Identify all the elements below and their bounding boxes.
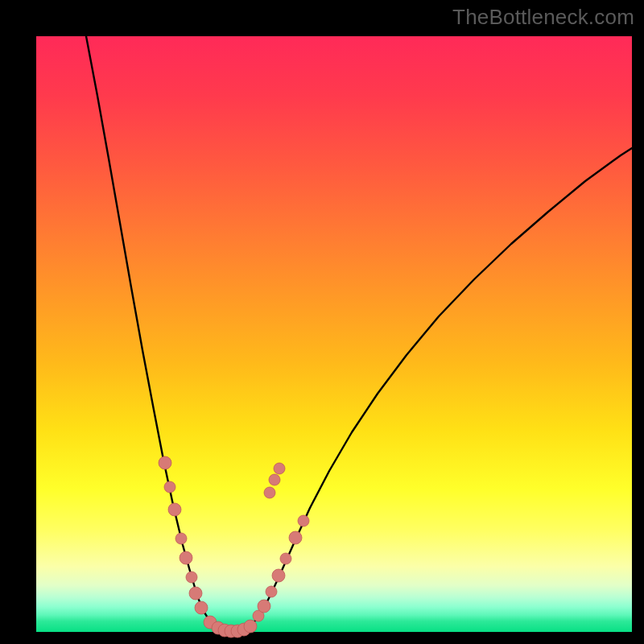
main-curve xyxy=(86,36,632,631)
data-point xyxy=(244,620,257,633)
data-point xyxy=(195,601,208,614)
data-point xyxy=(186,572,197,583)
data-point xyxy=(272,569,285,582)
data-point xyxy=(280,553,291,564)
data-point xyxy=(180,551,192,564)
curve-layer xyxy=(36,36,632,632)
data-point xyxy=(164,481,175,493)
data-point xyxy=(298,515,309,526)
chart-frame: TheBottleneck.com xyxy=(0,0,644,644)
data-point xyxy=(264,487,275,498)
data-point xyxy=(175,533,187,544)
dots-group xyxy=(159,456,309,638)
data-point xyxy=(258,600,270,613)
data-point xyxy=(274,463,285,474)
watermark-text: TheBottleneck.com xyxy=(452,5,634,30)
plot-area xyxy=(36,36,632,632)
data-point xyxy=(159,456,171,469)
data-point xyxy=(189,587,202,600)
data-point xyxy=(168,503,181,516)
data-point xyxy=(289,531,302,544)
data-point xyxy=(266,586,277,597)
data-point xyxy=(269,474,280,485)
